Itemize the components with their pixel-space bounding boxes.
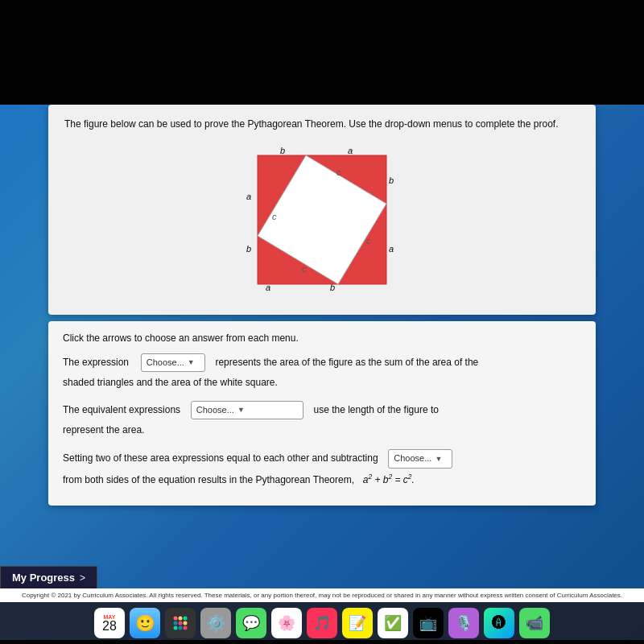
svg-point-18 [179,621,183,625]
svg-text:a: a [389,244,394,254]
answer-line-2-cont: represent the area. [63,423,581,438]
svg-text:b: b [389,175,394,185]
svg-text:c: c [366,236,371,246]
svg-point-16 [184,617,188,621]
dropdown-3-value: Choose... [394,452,431,466]
pythagorean-diagram: b a b a a b a b c c c c [242,147,402,292]
dock-day: 28 [102,620,117,633]
dock-tv[interactable]: 📺 [413,608,444,638]
dropdown-2-arrow: ▼ [237,404,245,415]
line3-prefix: Setting two of these area expressions eq… [63,452,378,464]
dropdown-2[interactable]: Choose... ▼ [191,401,303,420]
svg-text:a: a [266,283,270,292]
line2-suffix: use the length of the figure to [313,404,438,415]
dropdown-1-arrow: ▼ [188,357,195,368]
svg-text:c: c [336,167,341,177]
dropdown-2-value: Choose... [196,403,234,418]
dock-photos[interactable]: 🌸 [271,608,302,638]
svg-text:c: c [272,212,277,221]
answer-line-3: Setting two of these area expressions eq… [63,449,581,469]
black-bottom-strip [0,640,644,644]
dock: MAY 28 🙂 ⚙️ 💬 🌸 🎵 📝 ✅ 📺 🎙️ 🅐 📹 [0,602,644,644]
svg-point-22 [184,626,188,630]
dropdown-1[interactable]: Choose... ▼ [141,353,205,373]
copyright-bar: Copyright © 2021 by Curriculum Associate… [0,588,644,602]
math-equation: a2 + b2 = c2. [363,474,415,485]
line2-prefix: The equivalent expressions [63,404,180,415]
line2-cont: represent the area. [63,424,144,436]
svg-text:b: b [280,147,285,155]
black-top-bar [0,0,644,105]
dock-reminders[interactable]: ✅ [378,608,408,638]
answer-line-2: The equivalent expressions Choose... ▼ u… [63,401,581,420]
svg-point-15 [179,617,183,621]
my-progress-label: My Progress [12,572,75,584]
content-wrapper: The figure below can be used to prove th… [48,105,596,564]
dock-system-prefs[interactable]: ⚙️ [200,608,231,638]
dock-appstore[interactable]: 🅐 [484,608,514,638]
copyright-text: Copyright © 2021 by Curriculum Associate… [22,592,622,599]
figure-card: The figure below can be used to prove th… [48,105,596,315]
svg-text:b: b [246,244,251,254]
answer-line-3-cont: from both sides of the equation results … [63,472,581,488]
my-progress-bar[interactable]: My Progress > [0,566,97,589]
dock-facetime[interactable]: 📹 [519,608,550,638]
dock-messages[interactable]: 💬 [236,608,266,638]
svg-text:a: a [246,192,251,201]
answer-line-1-cont: shaded triangles and the area of the whi… [63,375,581,390]
line1-prefix: The expression [63,357,129,368]
svg-point-14 [174,617,178,621]
svg-text:b: b [330,283,335,292]
dock-launchpad[interactable] [165,608,196,638]
line1-cont: shaded triangles and the area of the whi… [63,377,278,388]
dropdown-3[interactable]: Choose... ▼ [388,449,452,469]
dock-podcasts[interactable]: 🎙️ [448,608,479,638]
dropdown-3-arrow: ▼ [435,453,442,464]
figure-instruction: The figure below can be used to prove th… [64,118,580,131]
dock-calendar[interactable]: MAY 28 [94,608,125,638]
dock-finder[interactable]: 🙂 [130,608,160,638]
diagram-container: b a b a a b a b c c c c [64,141,580,299]
svg-point-19 [184,621,188,625]
svg-text:a: a [348,147,353,155]
dock-music[interactable]: 🎵 [307,608,337,638]
progress-chevron: > [80,572,85,584]
svg-point-21 [179,626,183,630]
svg-text:c: c [302,264,307,274]
dropdown-1-value: Choose... [147,356,184,370]
line1-suffix: represents the area of the figure as the… [215,357,478,368]
answer-line-1: The expression Choose... ▼ represents th… [63,353,581,373]
answer-card: Click the arrows to choose an answer fro… [48,321,596,506]
line3-suffix: from both sides of the equation results … [63,474,354,485]
dock-notes[interactable]: 📝 [342,608,373,638]
launchpad-icon [171,614,189,632]
click-instruction: Click the arrows to choose an answer fro… [63,332,581,344]
svg-point-20 [174,626,178,630]
svg-point-17 [174,621,178,625]
